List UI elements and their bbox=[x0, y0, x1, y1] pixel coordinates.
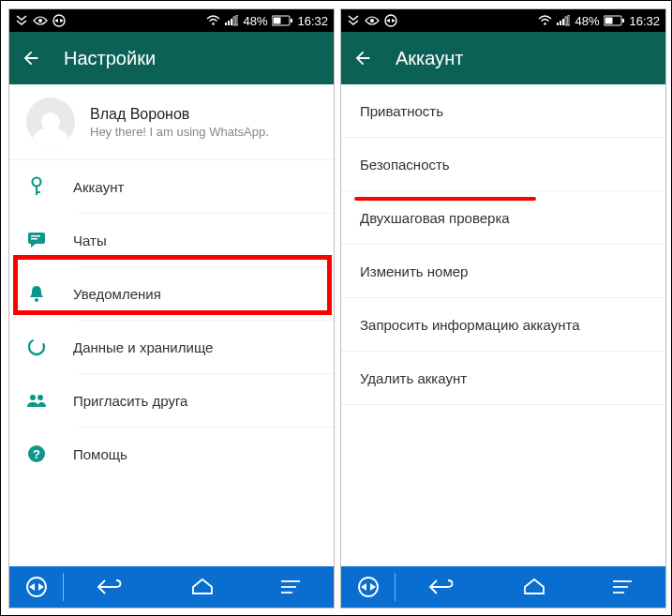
profile-row[interactable]: Влад Воронов Hey there! I am using Whats… bbox=[9, 84, 334, 159]
wifi-icon bbox=[538, 15, 552, 26]
phone-right: 48% 16:32 Аккаунт Приватность Безопаснос… bbox=[340, 8, 666, 608]
clock-text: 16:32 bbox=[629, 14, 660, 28]
back-arrow-icon[interactable] bbox=[352, 48, 373, 68]
account-item-delete[interactable]: Удалить аккаунт bbox=[341, 352, 665, 404]
app-bar: Настройки bbox=[9, 32, 334, 84]
page-title: Настройки bbox=[64, 48, 156, 69]
teamviewer-icon bbox=[52, 14, 66, 27]
item-label: Данные и хранилище bbox=[73, 339, 213, 355]
svg-rect-4 bbox=[228, 21, 230, 25]
svg-rect-13 bbox=[36, 191, 40, 193]
settings-item-account[interactable]: Аккаунт bbox=[9, 160, 334, 213]
profile-status: Hey there! I am using WhatsApp. bbox=[90, 125, 269, 139]
item-label: Аккаунт bbox=[73, 179, 124, 195]
teamviewer-icon bbox=[384, 14, 397, 27]
svg-point-19 bbox=[30, 395, 36, 400]
account-item-request-info[interactable]: Запросить информацию аккаунта bbox=[341, 298, 665, 351]
svg-rect-9 bbox=[291, 19, 292, 23]
eye-icon bbox=[365, 15, 380, 26]
svg-point-11 bbox=[33, 178, 41, 187]
page-title: Аккаунт bbox=[396, 48, 463, 69]
svg-point-18 bbox=[29, 339, 44, 354]
wifi-icon bbox=[206, 15, 220, 26]
item-label: Запросить информацию аккаунта bbox=[360, 317, 579, 333]
key-icon bbox=[26, 176, 47, 197]
svg-rect-6 bbox=[233, 17, 235, 25]
chat-icon bbox=[26, 230, 47, 250]
settings-item-invite[interactable]: Пригласить друга bbox=[9, 374, 334, 427]
nav-home-icon[interactable] bbox=[522, 578, 546, 596]
svg-rect-12 bbox=[36, 186, 37, 195]
nav-back-icon[interactable] bbox=[427, 578, 457, 596]
back-arrow-icon[interactable] bbox=[21, 48, 41, 68]
battery-icon bbox=[604, 15, 624, 26]
nav-recent-icon[interactable] bbox=[279, 578, 302, 595]
nav-back-icon[interactable] bbox=[96, 578, 126, 596]
svg-point-0 bbox=[38, 19, 42, 23]
item-label: Безопасность bbox=[360, 157, 450, 173]
profile-name: Влад Воронов bbox=[90, 106, 269, 123]
settings-item-storage[interactable]: Данные и хранилище bbox=[9, 321, 334, 373]
svg-rect-3 bbox=[225, 23, 227, 25]
svg-text:?: ? bbox=[33, 447, 40, 461]
avatar[interactable] bbox=[26, 98, 75, 146]
svg-rect-31 bbox=[560, 21, 561, 25]
item-label: Уведомления bbox=[73, 286, 161, 302]
content-area: Приватность Безопасность Двухшаговая про… bbox=[341, 84, 665, 566]
svg-point-2 bbox=[213, 23, 216, 25]
svg-rect-34 bbox=[568, 15, 570, 25]
item-label: Пригласить друга bbox=[73, 393, 187, 409]
item-label: Чаты bbox=[73, 233, 107, 248]
clock-text: 16:32 bbox=[297, 14, 328, 28]
nav-bar bbox=[341, 566, 665, 608]
svg-point-29 bbox=[545, 23, 547, 25]
people-icon bbox=[26, 390, 47, 411]
status-bar: 48% 16:32 bbox=[9, 9, 334, 32]
status-bar: 48% 16:32 bbox=[341, 9, 665, 32]
svg-rect-37 bbox=[605, 18, 613, 24]
svg-rect-36 bbox=[622, 19, 624, 23]
nav-teamviewer[interactable] bbox=[341, 573, 396, 602]
account-item-privacy[interactable]: Приватность bbox=[341, 84, 665, 137]
help-icon: ? bbox=[26, 443, 47, 464]
svg-rect-33 bbox=[565, 17, 567, 25]
account-item-security[interactable]: Безопасность bbox=[341, 138, 665, 190]
svg-rect-30 bbox=[557, 23, 559, 25]
app-bar: Аккаунт bbox=[341, 32, 665, 84]
item-label: Приватность bbox=[360, 103, 443, 119]
nav-recent-icon[interactable] bbox=[611, 578, 634, 595]
battery-text: 48% bbox=[575, 14, 599, 28]
phone-left: 48% 16:32 Настройки Влад Воронов Hey the… bbox=[8, 8, 335, 608]
settings-item-chats[interactable]: Чаты bbox=[9, 214, 334, 266]
svg-rect-32 bbox=[562, 19, 564, 25]
settings-item-help[interactable]: ? Помощь bbox=[9, 428, 334, 480]
battery-icon bbox=[272, 15, 292, 26]
chevrons-icon bbox=[15, 15, 28, 26]
highlight-underline bbox=[354, 197, 536, 201]
divider bbox=[341, 404, 665, 405]
data-icon bbox=[26, 337, 47, 357]
item-label: Удалить аккаунт bbox=[360, 370, 467, 386]
svg-point-17 bbox=[35, 298, 38, 302]
svg-point-20 bbox=[37, 395, 43, 400]
nav-home-icon[interactable] bbox=[190, 578, 215, 596]
signal-icon bbox=[225, 15, 238, 26]
svg-rect-15 bbox=[31, 235, 40, 237]
item-label: Изменить номер bbox=[360, 263, 468, 279]
nav-bar bbox=[9, 566, 334, 608]
chevrons-icon bbox=[347, 15, 360, 26]
account-item-change-number[interactable]: Изменить номер bbox=[341, 245, 665, 297]
battery-text: 48% bbox=[243, 14, 267, 28]
bell-icon bbox=[26, 283, 47, 304]
item-label: Двухшаговая проверка bbox=[360, 210, 510, 226]
item-label: Помощь bbox=[73, 446, 127, 462]
content-area: Влад Воронов Hey there! I am using Whats… bbox=[9, 84, 334, 566]
eye-icon bbox=[33, 15, 48, 26]
svg-rect-16 bbox=[31, 238, 37, 240]
svg-point-27 bbox=[370, 19, 374, 23]
settings-item-notifications[interactable]: Уведомления bbox=[9, 267, 334, 320]
nav-teamviewer[interactable] bbox=[9, 573, 64, 602]
svg-rect-10 bbox=[274, 18, 281, 24]
svg-rect-5 bbox=[231, 19, 232, 25]
signal-icon bbox=[557, 15, 570, 26]
